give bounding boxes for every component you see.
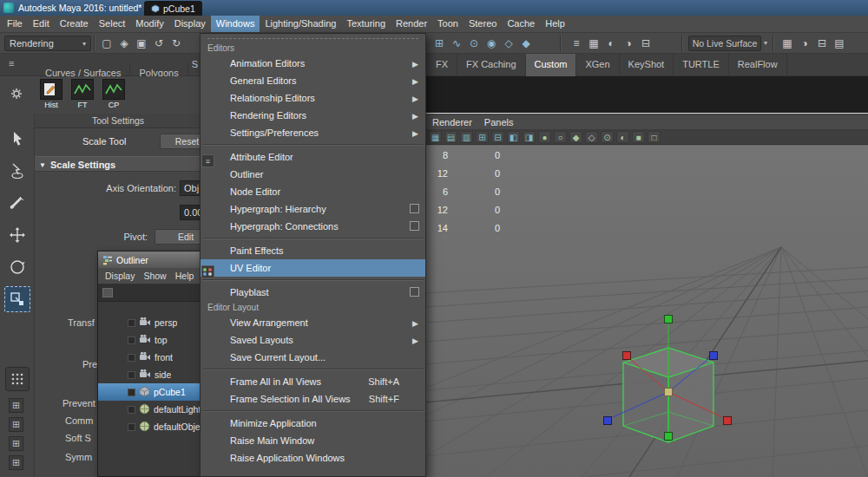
lasso-tool[interactable]: [4, 158, 30, 184]
textured-icon[interactable]: ◆: [569, 131, 582, 143]
grid-icon[interactable]: ▦: [429, 131, 442, 143]
lights-icon[interactable]: ◇: [585, 131, 598, 143]
scale-neg-x-handle[interactable]: [724, 417, 732, 425]
screen-space-ao-icon[interactable]: ◐: [616, 131, 629, 143]
safe-title-icon[interactable]: ◨: [523, 131, 536, 143]
ipr-render-icon[interactable]: ◑: [797, 36, 812, 51]
ipr-render-icon[interactable]: ◑: [621, 36, 636, 51]
shelf-button-hist[interactable]: Hist: [38, 79, 64, 110]
outliner-menu-display[interactable]: Display: [105, 271, 135, 281]
menu-item-playblast[interactable]: Playblast: [201, 284, 425, 301]
shelf-tab-realflow[interactable]: RealFlow: [729, 54, 787, 76]
scale-z-handle[interactable]: [710, 352, 718, 360]
menu-item-attribute-editor[interactable]: Attribute Editor: [201, 148, 425, 166]
panel-menu-panels[interactable]: Panels: [484, 117, 514, 127]
outliner-item-side[interactable]: side: [98, 366, 202, 383]
scale-y-handle[interactable]: [665, 316, 673, 323]
visibility-toggle[interactable]: [128, 319, 135, 327]
menu-item-cache[interactable]: Cache: [502, 16, 540, 32]
multisampling-icon[interactable]: □: [648, 131, 661, 143]
outliner-item-top[interactable]: top: [98, 331, 202, 349]
menu-item-outliner[interactable]: Outliner: [201, 166, 425, 183]
outliner-title-bar[interactable]: Outliner: [98, 252, 202, 268]
menu-item-display[interactable]: Display: [169, 16, 211, 32]
menu-item-toon[interactable]: Toon: [432, 16, 464, 32]
menu-checkbox[interactable]: [410, 287, 419, 297]
menu-item-modify[interactable]: Modify: [130, 16, 168, 32]
wireframe-icon[interactable]: ●: [538, 131, 551, 143]
hypershade-icon[interactable]: ▤: [832, 36, 847, 51]
menu-tearoff-handle[interactable]: [207, 38, 418, 40]
snap-to-point-icon[interactable]: ⊙: [466, 36, 482, 51]
menu-item-select[interactable]: Select: [94, 16, 131, 32]
open-render-view-icon[interactable]: ▦: [779, 36, 795, 51]
outliner-item-pcube1[interactable]: pCube1: [98, 383, 202, 401]
gate-mask-icon[interactable]: ⊞: [476, 131, 489, 143]
menu-item-render[interactable]: Render: [391, 16, 432, 32]
construction-history-icon[interactable]: ≡: [569, 36, 584, 51]
rotate-tool[interactable]: [4, 254, 30, 280]
scale-center-handle[interactable]: [665, 389, 673, 396]
shelf-tab-keyshot[interactable]: KeyShot: [620, 54, 674, 76]
collapsed-section-comm[interactable]: Comm: [65, 415, 93, 426]
motion-blur-icon[interactable]: ■: [632, 131, 645, 143]
new-scene-icon[interactable]: ▢: [99, 36, 115, 51]
redo-icon[interactable]: ↻: [168, 36, 184, 51]
panel-menu-renderer[interactable]: Renderer: [432, 117, 472, 127]
shadows-icon[interactable]: ⊙: [601, 131, 614, 143]
collapsed-section-pre[interactable]: Pre: [82, 359, 97, 369]
scale-settings-section-header[interactable]: ▼ Scale Settings: [35, 156, 201, 172]
collapsed-section-prevent[interactable]: Prevent: [62, 398, 95, 408]
menu-item-paint-effects[interactable]: Paint Effects: [201, 242, 425, 259]
menu-item-settings-preferences[interactable]: Settings/Preferences▶: [201, 124, 425, 141]
scale-x-handle[interactable]: [623, 352, 631, 360]
shelf-tab-xgen[interactable]: XGen: [576, 54, 619, 76]
live-surface-field[interactable]: No Live Surface: [688, 36, 761, 51]
menu-checkbox[interactable]: [410, 221, 419, 231]
single-pane-layout-button[interactable]: ⊞: [9, 398, 23, 413]
undo-icon[interactable]: ↺: [151, 36, 167, 51]
outliner-menu-show[interactable]: Show: [143, 271, 166, 281]
scale-neg-z-handle[interactable]: [604, 417, 612, 425]
menu-item-uv-editor[interactable]: UV Editor: [201, 259, 425, 277]
visibility-toggle[interactable]: [128, 371, 135, 379]
two-pane-side-layout-button[interactable]: ⊞: [9, 436, 23, 451]
shelf-tab-fx-caching[interactable]: FX Caching: [457, 54, 525, 76]
menu-item-raise-application-windows[interactable]: Raise Application Windows: [201, 449, 425, 467]
move-tool[interactable]: [4, 222, 30, 248]
shelf-button-cp[interactable]: CP: [101, 79, 127, 110]
outliner-item-defaultlight[interactable]: defaultLight: [98, 401, 202, 418]
menu-item-minimize-application[interactable]: Minimize Application: [201, 415, 425, 432]
open-scene-icon[interactable]: ◈: [116, 36, 132, 51]
menu-item-stereo[interactable]: Stereo: [464, 16, 502, 32]
outliner-menu-help[interactable]: Help: [175, 271, 194, 281]
document-tab[interactable]: pCube1: [144, 1, 202, 16]
menu-item-lighting-shading[interactable]: Lighting/Shading: [260, 16, 341, 32]
menu-item-hypergraph-hierarchy[interactable]: Hypergraph: Hierarchy: [201, 200, 425, 218]
outliner-item-front[interactable]: front: [98, 349, 202, 366]
shelf-tab-fx[interactable]: FX: [427, 54, 457, 76]
field-chart-icon[interactable]: ⊟: [491, 131, 504, 143]
menu-item-saved-layouts[interactable]: Saved Layouts▶: [201, 331, 425, 349]
collapsed-section-symm[interactable]: Symm: [65, 452, 92, 462]
shelf-button-ft[interactable]: FT: [69, 79, 95, 110]
menu-item-raise-main-window[interactable]: Raise Main Window: [201, 432, 425, 449]
panel-grip-icon[interactable]: ≡: [201, 154, 214, 167]
collapsed-section-transf[interactable]: Transf: [68, 317, 95, 328]
menu-item-file[interactable]: File: [2, 16, 28, 32]
menu-set-selector[interactable]: Rendering ▾: [4, 36, 91, 51]
menu-item-animation-editors[interactable]: Animation Editors▶: [201, 55, 425, 72]
paint-selection-tool[interactable]: [4, 190, 30, 216]
save-scene-icon[interactable]: ▣: [134, 36, 149, 51]
four-pane-layout-button[interactable]: ⊞: [9, 417, 23, 432]
menu-checkbox[interactable]: [410, 204, 419, 213]
safe-action-icon[interactable]: ◧: [507, 131, 520, 143]
outliner-item-defaultobje[interactable]: defaultObje: [98, 418, 202, 435]
menu-item-view-arrangement[interactable]: View Arrangement▶: [201, 314, 425, 331]
live-surface-dropdown-icon[interactable]: ▾: [764, 39, 767, 47]
resolution-gate-icon[interactable]: ▥: [460, 131, 473, 143]
menu-item-hypergraph-connections[interactable]: Hypergraph: Connections: [201, 218, 425, 235]
menu-item-edit[interactable]: Edit: [28, 16, 55, 32]
menu-item-texturing[interactable]: Texturing: [341, 16, 391, 32]
scale-neg-y-handle[interactable]: [665, 433, 673, 441]
